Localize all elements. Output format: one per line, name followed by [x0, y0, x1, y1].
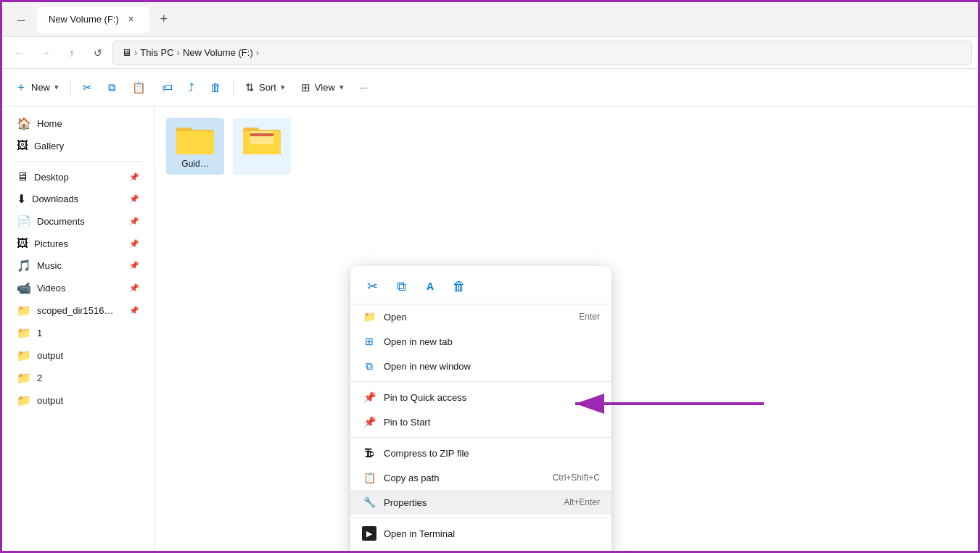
window-controls: —: [11, 9, 31, 30]
sidebar-desktop-label: Desktop: [34, 172, 69, 183]
downloads-icon: ⬇: [17, 192, 26, 206]
ctx-open-window-label: Open in new window: [384, 361, 471, 372]
sidebar-item-output1[interactable]: 📁 output: [5, 344, 151, 367]
breadcrumb-sep-3: ›: [256, 47, 259, 58]
output1-icon: 📁: [17, 349, 31, 362]
folder-guid[interactable]: Guid…: [166, 118, 224, 175]
tab-close-button[interactable]: ✕: [125, 13, 138, 26]
sidebar-home-label: Home: [37, 118, 62, 129]
share-button[interactable]: ⤴: [181, 75, 202, 101]
sidebar-item-downloads[interactable]: ⬇ Downloads 📌: [5, 188, 151, 210]
ctx-cut-button[interactable]: ✂: [359, 273, 385, 299]
folder2-icon: 📁: [17, 371, 31, 385]
up-button[interactable]: ↑: [60, 41, 83, 65]
output2-icon: 📁: [17, 394, 31, 407]
toolbar: ＋ New ▾ ✂ ⧉ 📋 🏷 ⤴ 🗑 ⇅ Sort ▾ ⊞ View ▾ ··…: [2, 69, 978, 107]
active-tab[interactable]: New Volume (F:) ✕: [37, 7, 149, 33]
new-label: New: [31, 82, 50, 93]
copy-icon: ⧉: [108, 81, 116, 94]
rename-button[interactable]: 🏷: [155, 75, 180, 101]
cut-icon: ✂: [83, 81, 92, 94]
sidebar-item-output2[interactable]: 📁 output: [5, 389, 151, 412]
ctx-sep-3: [350, 517, 612, 518]
view-button[interactable]: ⊞ View ▾: [294, 75, 351, 101]
sidebar-downloads-label: Downloads: [32, 194, 78, 204]
new-button[interactable]: ＋ New ▾: [8, 75, 66, 101]
ctx-properties[interactable]: 🔧 Properties Alt+Enter: [350, 490, 612, 515]
folder-guid-icon: [176, 124, 214, 156]
music-icon: 🎵: [17, 259, 31, 273]
paste-button[interactable]: 📋: [125, 75, 153, 101]
pictures-pin-icon: 📌: [129, 239, 139, 249]
delete-button[interactable]: 🗑: [203, 75, 228, 101]
sidebar-item-home[interactable]: 🏠 Home: [5, 112, 151, 135]
file-content-area: Guid… ✂ ⧉ A 🗑: [155, 107, 978, 553]
tab-title: New Volume (F:): [49, 14, 119, 25]
ctx-open-new-window[interactable]: ⧉ Open in new window: [350, 354, 612, 378]
new-tab-button[interactable]: +: [152, 8, 176, 31]
folder-second-icon: [243, 124, 281, 156]
sidebar-item-music[interactable]: 🎵 Music 📌: [5, 254, 151, 277]
breadcrumb-new-volume[interactable]: New Volume (F:): [183, 47, 253, 58]
cut-button[interactable]: ✂: [75, 75, 99, 101]
view-label: View: [315, 82, 335, 93]
ctx-delete-button[interactable]: 🗑: [446, 273, 472, 299]
ctx-pin-quick[interactable]: 📌 Pin to Quick access: [350, 385, 612, 409]
sidebar-item-pictures[interactable]: 🖼 Pictures 📌: [5, 233, 151, 254]
ctx-compress-icon: 🗜: [362, 446, 376, 460]
more-icon: ···: [360, 82, 368, 93]
ctx-rename-button[interactable]: A: [417, 273, 443, 299]
ctx-properties-label: Properties: [384, 497, 427, 508]
breadcrumb[interactable]: 🖥 › This PC › New Volume (F:) ›: [112, 41, 972, 65]
ctx-copy-button[interactable]: ⧉: [388, 273, 414, 299]
gallery-icon: 🖼: [17, 139, 28, 152]
refresh-button[interactable]: ↺: [86, 41, 110, 65]
ctx-copy-path-shortcut: Ctrl+Shift+C: [553, 473, 600, 483]
folder-second[interactable]: [233, 118, 291, 175]
sidebar-separator-1: [14, 161, 142, 162]
minimize-button[interactable]: —: [11, 9, 31, 30]
toolbar-sep-2: [233, 79, 234, 96]
more-button[interactable]: ···: [353, 75, 375, 101]
context-menu: ✂ ⧉ A 🗑 📁 Open Enter ⊞ Open in new tab ⧉…: [350, 266, 612, 553]
ctx-pin-start[interactable]: 📌 Pin to Start: [350, 409, 612, 434]
scoped-icon: 📁: [17, 304, 31, 317]
paste-icon: 📋: [132, 81, 146, 94]
sidebar-folder1-label: 1: [37, 328, 42, 338]
nav-bar: ← → ↑ ↺ 🖥 › This PC › New Volume (F:) ›: [2, 37, 978, 69]
ctx-terminal-label: Open in Terminal: [384, 528, 455, 539]
sort-chevron-icon: ▾: [281, 83, 285, 92]
music-pin-icon: 📌: [129, 261, 139, 270]
sidebar-item-documents[interactable]: 📄 Documents 📌: [5, 210, 151, 233]
breadcrumb-sep-1: ›: [134, 47, 137, 58]
ctx-open-terminal[interactable]: ▶ Open in Terminal: [350, 521, 612, 546]
sidebar-item-folder2[interactable]: 📁 2: [5, 367, 151, 389]
ctx-copy-path[interactable]: 📋 Copy as path Ctrl+Shift+C: [350, 465, 612, 490]
sidebar-gallery-label: Gallery: [34, 141, 64, 151]
ctx-compress-label: Compress to ZIP file: [384, 448, 469, 459]
sidebar-item-videos[interactable]: 📹 Videos 📌: [5, 277, 151, 299]
ctx-copy-path-icon: 📋: [362, 470, 376, 485]
sidebar-folder2-label: 2: [37, 373, 42, 383]
ctx-winrar[interactable]: 📦 WinRAR ›: [350, 546, 612, 553]
sidebar-item-folder1[interactable]: 📁 1: [5, 322, 151, 344]
copy-button[interactable]: ⧉: [101, 75, 123, 101]
ctx-open[interactable]: 📁 Open Enter: [350, 304, 612, 329]
sidebar-item-scoped[interactable]: 📁 scoped_dir1516… 📌: [5, 299, 151, 322]
back-button[interactable]: ←: [8, 41, 31, 65]
ctx-open-tab-label: Open in new tab: [384, 336, 453, 347]
videos-icon: 📹: [17, 281, 31, 295]
tab-area: New Volume (F:) ✕ +: [37, 7, 969, 33]
forward-button[interactable]: →: [34, 41, 57, 65]
sort-button[interactable]: ⇅ Sort ▾: [238, 75, 292, 101]
pictures-icon: 🖼: [17, 237, 28, 250]
svg-rect-2: [176, 131, 214, 154]
sidebar-item-gallery[interactable]: 🖼 Gallery: [5, 135, 151, 157]
documents-icon: 📄: [17, 215, 31, 228]
ctx-pin-quick-icon: 📌: [362, 390, 376, 404]
ctx-open-new-tab[interactable]: ⊞ Open in new tab: [350, 329, 612, 354]
delete-icon: 🗑: [210, 81, 221, 93]
breadcrumb-this-pc[interactable]: This PC: [140, 47, 173, 58]
sidebar-item-desktop[interactable]: 🖥 Desktop 📌: [5, 166, 151, 188]
ctx-compress[interactable]: 🗜 Compress to ZIP file: [350, 441, 612, 465]
